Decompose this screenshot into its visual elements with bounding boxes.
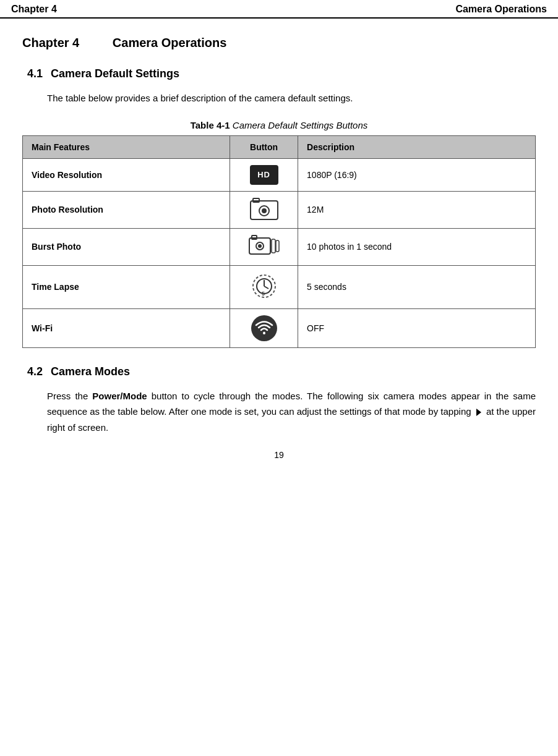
burst-icon xyxy=(249,235,280,257)
para-text-1: Press the xyxy=(47,391,92,401)
chapter-number: Chapter 4 xyxy=(22,36,79,49)
svg-rect-9 xyxy=(276,240,279,252)
section-42-number: 4.2 xyxy=(27,365,43,378)
cell-desc-4: OFF xyxy=(298,308,536,347)
para-bold-powermode: Power/Mode xyxy=(92,391,147,401)
chapter-heading: Chapter 4 Camera Operations xyxy=(22,36,536,50)
svg-marker-16 xyxy=(476,409,481,416)
chapter-title: Camera Operations xyxy=(113,36,227,49)
col-header-button: Button xyxy=(230,135,298,158)
table-row: Burst Photo 10 photos in 1 second xyxy=(23,228,536,265)
cell-feature-2: Burst Photo xyxy=(23,228,230,265)
cell-desc-1: 12M xyxy=(298,191,536,228)
section-42-para: Press the Power/Mode button to cycle thr… xyxy=(47,388,536,436)
timelapse-icon: 5 xyxy=(250,272,278,300)
table-name: Camera Default Settings Buttons xyxy=(233,120,367,130)
svg-point-7 xyxy=(258,244,262,248)
table-row: Video ResolutionHD1080P (16:9) xyxy=(23,158,536,191)
table-label: Table 4-1 xyxy=(191,120,230,130)
cell-button-2 xyxy=(230,228,298,265)
section-41-number: 4.1 xyxy=(27,67,43,80)
photo-icon xyxy=(250,198,278,220)
table-caption: Table 4-1 Camera Default Settings Button… xyxy=(22,120,536,130)
cell-button-3: 5 xyxy=(230,265,298,308)
cell-button-1 xyxy=(230,191,298,228)
cell-feature-3: Time Lapse xyxy=(23,265,230,308)
table-row: Wi-Fi OFF xyxy=(23,308,536,347)
cell-button-4 xyxy=(230,308,298,347)
table-row: Time Lapse 5 5 seconds xyxy=(23,265,536,308)
col-header-description: Description xyxy=(298,135,536,158)
section-42-title: Camera Modes xyxy=(51,365,130,378)
svg-point-15 xyxy=(263,332,265,334)
col-header-features: Main Features xyxy=(23,135,230,158)
table-row: Photo Resolution 12M xyxy=(23,191,536,228)
section-42: 4.2 Camera Modes Press the Power/Mode bu… xyxy=(22,365,536,436)
section-41-title: Camera Default Settings xyxy=(51,67,179,80)
section-41-intro: The table below provides a brief descrip… xyxy=(47,90,536,106)
svg-rect-8 xyxy=(272,239,275,253)
cell-feature-0: Video Resolution xyxy=(23,158,230,191)
page-number: 19 xyxy=(22,450,536,460)
cell-desc-3: 5 seconds xyxy=(298,265,536,308)
cell-feature-4: Wi-Fi xyxy=(23,308,230,347)
cell-button-0: HD xyxy=(230,158,298,191)
svg-line-13 xyxy=(264,286,268,289)
header-chapter-label: Chapter 4 xyxy=(11,4,57,15)
chevron-right-icon xyxy=(474,407,484,417)
page-content: Chapter 4 Camera Operations 4.1 Camera D… xyxy=(0,19,558,477)
hd-icon: HD xyxy=(250,165,278,185)
section-42-heading: 4.2 Camera Modes xyxy=(27,365,536,378)
svg-point-3 xyxy=(262,208,267,213)
svg-text:5: 5 xyxy=(262,291,265,297)
page-header: Chapter 4 Camera Operations xyxy=(0,0,558,19)
section-41-heading: 4.1 Camera Default Settings xyxy=(27,67,536,80)
cell-desc-2: 10 photos in 1 second xyxy=(298,228,536,265)
wifi-icon xyxy=(251,315,277,341)
header-chapter-title: Camera Operations xyxy=(455,4,547,15)
settings-table: Main Features Button Description Video R… xyxy=(22,135,536,348)
cell-feature-1: Photo Resolution xyxy=(23,191,230,228)
table-header-row: Main Features Button Description xyxy=(23,135,536,158)
cell-desc-0: 1080P (16:9) xyxy=(298,158,536,191)
